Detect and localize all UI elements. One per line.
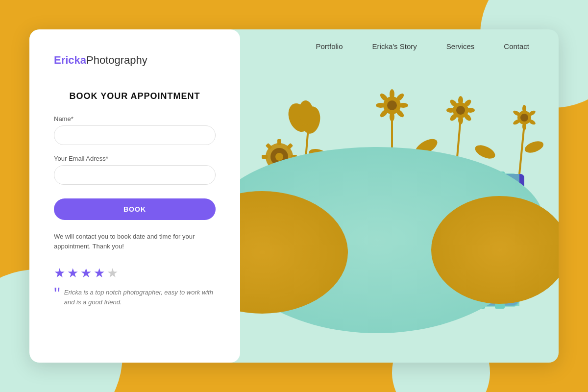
svg-line-34 bbox=[519, 124, 524, 174]
star-5: ★ bbox=[107, 266, 118, 281]
nav-story[interactable]: Ericka's Story bbox=[372, 42, 417, 50]
svg-rect-92 bbox=[277, 139, 281, 145]
book-button[interactable]: BOOK bbox=[54, 198, 216, 220]
star-1: ★ bbox=[54, 266, 65, 281]
email-field-group: Your Email Adress* bbox=[54, 155, 216, 185]
main-card: Portfolio Ericka's Story Services Contac… bbox=[29, 29, 559, 363]
svg-point-19 bbox=[466, 108, 475, 113]
star-3: ★ bbox=[80, 266, 92, 281]
name-label: Name* bbox=[54, 115, 216, 122]
svg-point-37 bbox=[523, 139, 545, 155]
star-4: ★ bbox=[94, 266, 105, 281]
illustration-area: AQR AUTO-WIDE ANGLE NO.5109683209 28MM A… bbox=[196, 29, 559, 363]
review-text: Ericka is a top notch photographer, easy… bbox=[64, 288, 216, 307]
review-block: " Ericka is a top notch photographer, ea… bbox=[54, 288, 216, 307]
star-rating: ★ ★ ★ ★ ★ bbox=[54, 266, 216, 281]
svg-rect-98 bbox=[262, 155, 268, 159]
svg-point-27 bbox=[520, 114, 528, 122]
email-input[interactable] bbox=[54, 165, 216, 185]
svg-point-16 bbox=[456, 106, 465, 115]
navigation: Portfolio Ericka's Story Services Contac… bbox=[29, 29, 559, 64]
svg-point-23 bbox=[446, 108, 455, 113]
name-field-group: Name* bbox=[54, 115, 216, 145]
svg-point-91 bbox=[275, 153, 283, 161]
svg-point-12 bbox=[376, 103, 386, 108]
svg-point-6 bbox=[390, 89, 394, 99]
booking-note: We will contact you to book date and tim… bbox=[54, 232, 216, 251]
nav-services[interactable]: Services bbox=[446, 42, 475, 50]
form-title: BOOK YOUR APPOINTMENT bbox=[54, 91, 216, 101]
svg-point-5 bbox=[387, 100, 397, 110]
svg-point-28 bbox=[522, 105, 526, 113]
svg-point-8 bbox=[398, 103, 408, 108]
star-2: ★ bbox=[67, 266, 78, 281]
nav-portfolio[interactable]: Portfolio bbox=[316, 42, 343, 50]
name-input[interactable] bbox=[54, 125, 216, 145]
form-panel: ErickaPhotography BOOK YOUR APPOINTMENT … bbox=[29, 29, 240, 363]
quote-icon: " bbox=[54, 286, 60, 303]
nav-contact[interactable]: Contact bbox=[504, 42, 529, 50]
email-label: Your Email Adress* bbox=[54, 155, 216, 162]
svg-point-17 bbox=[458, 96, 463, 105]
svg-point-36 bbox=[473, 143, 497, 162]
